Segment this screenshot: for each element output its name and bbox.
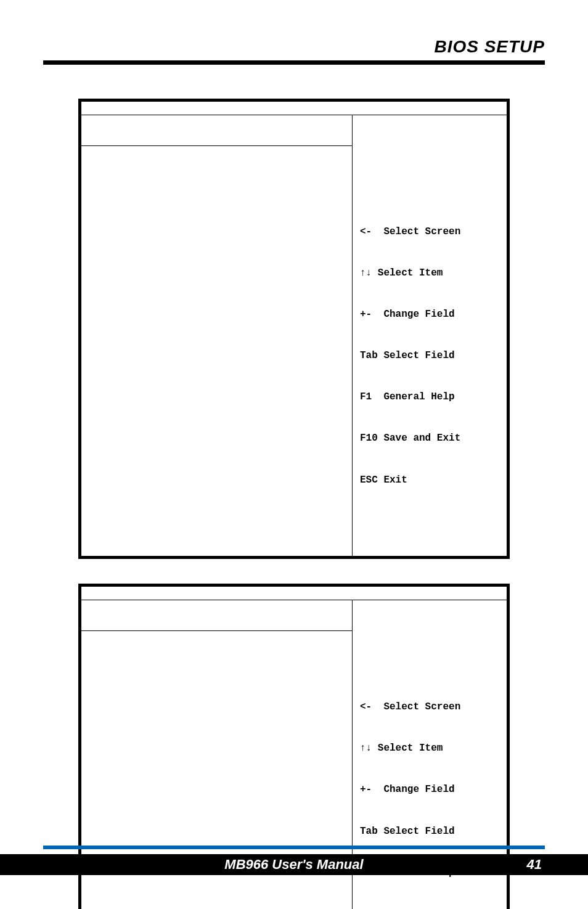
panel-top-row [81,587,507,600]
help-line: Tab Select Field [360,825,499,838]
footer-bar: . MB966 User's Manual 41 [0,854,588,875]
header-rule [43,60,545,65]
help-line: Tab Select Field [360,349,499,362]
help-line: F1 General Help [360,390,499,404]
help-line: ESC Exit [360,473,499,487]
help-line: ↑↓ Select Item [360,741,499,755]
footer-rule [43,846,545,849]
help-line: +- Change Field [360,783,499,796]
panel-left-upper [81,600,352,631]
help-line: <- Select Screen [360,700,499,714]
help-line: <- Select Screen [360,225,499,238]
panel-left [81,115,353,556]
help-line: +- Change Field [360,308,499,321]
help-line: F10 Save and Exit [360,431,499,445]
panel-help: <- Select Screen ↑↓ Select Item +- Chang… [353,115,507,556]
page-header-title: BIOS SETUP [43,37,545,60]
bios-panel-1: <- Select Screen ↑↓ Select Item +- Chang… [78,99,510,559]
panel-left-upper [81,115,352,146]
panel-top-row [81,102,507,115]
help-line: ↑↓ Select Item [360,266,499,280]
footer-center: MB966 User's Manual [0,857,588,873]
